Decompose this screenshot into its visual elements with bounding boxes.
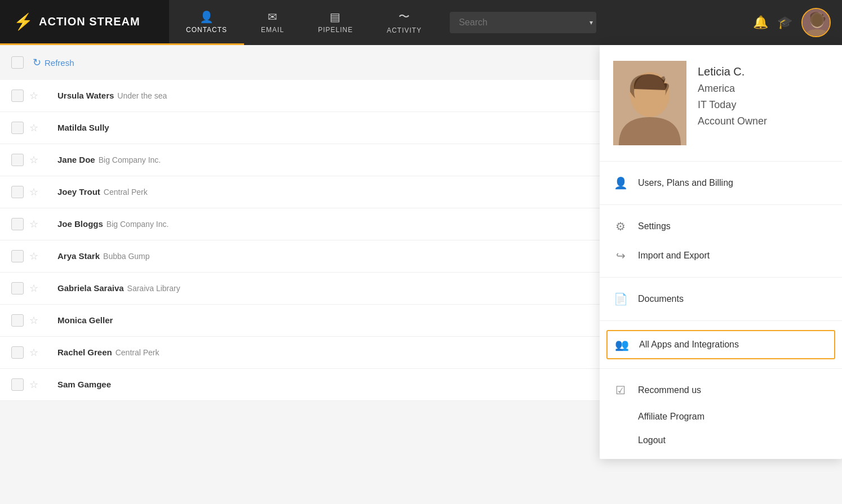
contact-info: Rachel GreenCentral Perk bbox=[46, 347, 661, 358]
notifications-button[interactable]: 🔔 bbox=[753, 15, 768, 30]
contact-star[interactable]: ☆ bbox=[29, 314, 38, 327]
brand-icon: ⚡ bbox=[14, 12, 33, 31]
users-icon: 👤 bbox=[613, 176, 628, 190]
contacts-icon: 👤 bbox=[200, 10, 214, 24]
menu-item-affiliate[interactable]: Affiliate Program bbox=[600, 405, 842, 429]
nav-label-contacts: CONTACTS bbox=[186, 26, 227, 34]
contact-checkbox[interactable] bbox=[11, 250, 24, 262]
help-button[interactable]: 🎓 bbox=[777, 15, 792, 30]
profile-avatar bbox=[613, 61, 686, 145]
profile-name: Leticia C. bbox=[698, 65, 767, 78]
main-area: ↻ Refresh ☆ Ursula WatersUnder the sea A… bbox=[0, 45, 842, 504]
menu-label-affiliate: Affiliate Program bbox=[638, 412, 704, 421]
menu-item-logout[interactable]: Logout bbox=[600, 429, 842, 452]
menu-label-settings: Settings bbox=[638, 221, 671, 231]
menu-label-recommend: Recommend us bbox=[638, 385, 701, 395]
contact-info: Arya StarkBubba Gump bbox=[46, 251, 661, 261]
profile-region: America bbox=[698, 83, 767, 95]
menu-label-logout: Logout bbox=[638, 435, 666, 445]
contact-name: Joey Trout bbox=[57, 187, 100, 197]
contact-info: Sam Gamgee bbox=[46, 380, 661, 390]
topnav: ⚡ ACTION STREAM 👤 CONTACTS ✉ EMAIL ▤ PIP… bbox=[0, 0, 842, 45]
contact-info: Joey TroutCentral Perk bbox=[46, 187, 661, 197]
contact-info: Ursula WatersUnder the sea bbox=[46, 91, 666, 101]
nav-item-contacts[interactable]: 👤 CONTACTS bbox=[169, 0, 244, 45]
menu-section-bottom: ☑ Recommend us Affiliate Program Logout bbox=[600, 369, 842, 459]
nav-item-pipeline[interactable]: ▤ PIPELINE bbox=[301, 0, 370, 45]
menu-label-users-plans-billing: Users, Plans and Billing bbox=[638, 178, 733, 188]
contact-info: Jane DoeBig Company Inc. bbox=[46, 155, 661, 165]
contact-star[interactable]: ☆ bbox=[29, 250, 38, 262]
refresh-button[interactable]: ↻ Refresh bbox=[33, 56, 74, 69]
contact-checkbox[interactable] bbox=[11, 314, 24, 327]
apps-icon: 👥 bbox=[614, 338, 629, 351]
avatar-button[interactable] bbox=[801, 8, 831, 37]
menu-label-documents: Documents bbox=[638, 294, 684, 304]
brand[interactable]: ⚡ ACTION STREAM bbox=[0, 0, 169, 45]
nav-item-email[interactable]: ✉ EMAIL bbox=[244, 0, 301, 45]
nav-item-activity[interactable]: 〜 ACTIVITY bbox=[370, 0, 438, 45]
activity-icon: 〜 bbox=[398, 9, 410, 24]
contact-name: Matilda Sully bbox=[57, 123, 109, 132]
search-dropdown-button[interactable]: ▾ bbox=[586, 13, 596, 32]
brand-name: ACTION STREAM bbox=[39, 15, 140, 28]
contact-name: Arya Stark bbox=[57, 251, 100, 261]
dropdown-menu: Leticia C. America IT Today Account Owne… bbox=[600, 45, 842, 459]
contact-name: Rachel Green bbox=[57, 347, 112, 357]
contact-checkbox[interactable] bbox=[11, 378, 24, 391]
contact-star[interactable]: ☆ bbox=[29, 346, 38, 359]
contact-name: Gabriela Saraiva bbox=[57, 283, 124, 293]
settings-icon: ⚙ bbox=[613, 220, 628, 233]
documents-icon: 📄 bbox=[613, 292, 628, 306]
contact-name: Ursula Waters bbox=[57, 91, 114, 100]
contact-star[interactable]: ☆ bbox=[29, 122, 38, 134]
menu-item-documents[interactable]: 📄 Documents bbox=[600, 284, 842, 314]
contact-name: Sam Gamgee bbox=[57, 380, 111, 389]
menu-section-documents: 📄 Documents bbox=[600, 278, 842, 321]
profile-role: Account Owner bbox=[698, 115, 767, 127]
contact-star[interactable]: ☆ bbox=[29, 218, 38, 230]
contact-info: Joe BloggsBig Company Inc. bbox=[46, 219, 661, 229]
contact-name: Joe Bloggs bbox=[57, 219, 103, 229]
contact-checkbox[interactable] bbox=[11, 346, 24, 359]
menu-section-settings: ⚙ Settings ↪ Import and Export bbox=[600, 205, 842, 278]
import-export-icon: ↪ bbox=[613, 249, 628, 262]
nav-label-activity: ACTIVITY bbox=[387, 26, 422, 34]
nav-items: 👤 CONTACTS ✉ EMAIL ▤ PIPELINE 〜 ACTIVITY bbox=[169, 0, 438, 45]
menu-item-users-plans-billing[interactable]: 👤 Users, Plans and Billing bbox=[600, 168, 842, 198]
menu-item-all-apps[interactable]: 👥 All Apps and Integrations bbox=[606, 330, 835, 359]
contact-star[interactable]: ☆ bbox=[29, 282, 38, 295]
contact-checkbox[interactable] bbox=[11, 154, 24, 166]
menu-label-import-export: Import and Export bbox=[638, 251, 710, 261]
menu-item-settings[interactable]: ⚙ Settings bbox=[600, 212, 842, 241]
pipeline-icon: ▤ bbox=[330, 10, 341, 24]
contact-checkbox[interactable] bbox=[11, 122, 24, 134]
contact-star[interactable]: ☆ bbox=[29, 154, 38, 166]
email-icon: ✉ bbox=[268, 10, 278, 24]
contact-checkbox[interactable] bbox=[11, 218, 24, 230]
contact-star[interactable]: ☆ bbox=[29, 90, 38, 102]
contact-star[interactable]: ☆ bbox=[29, 378, 38, 391]
profile-info: Leticia C. America IT Today Account Owne… bbox=[698, 61, 767, 127]
search-wrap: ▾ bbox=[450, 12, 596, 33]
nav-right: 🔔 🎓 bbox=[753, 8, 842, 37]
profile-company: IT Today bbox=[698, 99, 767, 111]
contact-checkbox[interactable] bbox=[11, 90, 24, 102]
menu-item-recommend[interactable]: ☑ Recommend us bbox=[600, 376, 842, 405]
contact-checkbox[interactable] bbox=[11, 186, 24, 198]
search-input[interactable] bbox=[450, 12, 596, 33]
contact-checkbox[interactable] bbox=[11, 282, 24, 295]
nav-label-email: EMAIL bbox=[261, 26, 284, 34]
menu-section-main: 👤 Users, Plans and Billing bbox=[600, 162, 842, 205]
contact-info: Monica Geller bbox=[46, 315, 661, 325]
contact-info: Gabriela SaraivaSaraiva Library bbox=[46, 283, 661, 293]
refresh-icon: ↻ bbox=[33, 56, 41, 69]
contact-star[interactable]: ☆ bbox=[29, 186, 38, 198]
recommend-icon: ☑ bbox=[613, 383, 628, 397]
contact-info: Matilda Sully bbox=[46, 123, 661, 133]
menu-label-all-apps: All Apps and Integrations bbox=[639, 340, 739, 350]
nav-label-pipeline: PIPELINE bbox=[318, 26, 353, 34]
profile-section: Leticia C. America IT Today Account Owne… bbox=[600, 45, 842, 162]
select-all-checkbox[interactable] bbox=[11, 56, 24, 69]
menu-item-import-export[interactable]: ↪ Import and Export bbox=[600, 241, 842, 270]
